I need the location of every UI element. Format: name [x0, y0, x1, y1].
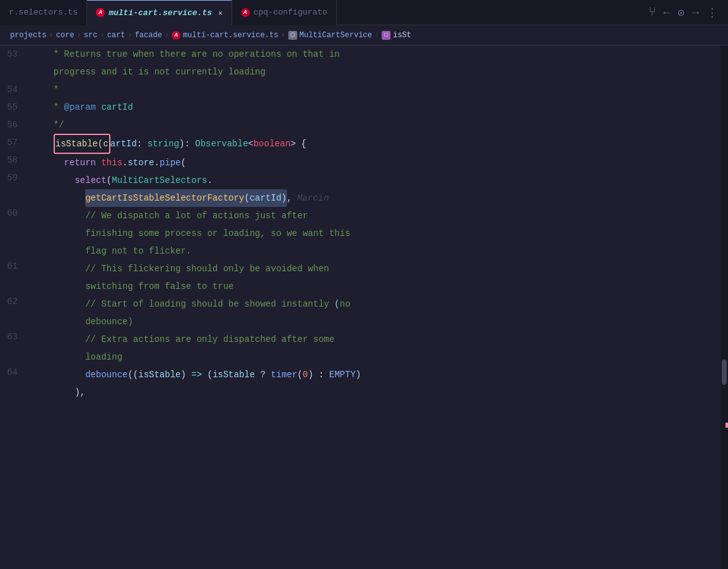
forward-icon[interactable]: → — [692, 6, 699, 19]
comment-61b: switching from false to true — [85, 278, 233, 295]
indent8e — [43, 260, 85, 278]
indent8c — [43, 225, 85, 242]
isStable-fn: isStable(c — [56, 139, 109, 149]
comment-60c: flag not to flicker. — [85, 242, 191, 260]
more-icon[interactable]: ⋮ — [707, 6, 718, 20]
factory-selected: getCartIsStableSelectorFactory(cartId) — [85, 189, 286, 207]
gutter-cont1 — [0, 63, 28, 81]
bc-sep7: › — [375, 31, 379, 40]
tab-close-button[interactable]: ✕ — [218, 9, 223, 17]
gutter-55: 55 — [0, 98, 28, 116]
comment-that: that — [303, 45, 324, 63]
observable-type: Observable — [195, 135, 248, 153]
string-type: string — [148, 135, 179, 153]
tab-label: r.selectors.ts — [9, 8, 78, 17]
scrollbar-thumb[interactable] — [722, 360, 727, 385]
comment-loading: loading — [85, 348, 122, 366]
dot1: . — [122, 154, 127, 172]
gutter-54: 54 — [0, 81, 28, 98]
code-line-59b: getCartIsStableSelectorFactory(cartId),M… — [43, 189, 720, 207]
comment-60a: // We dispatch a lot of actions just aft… — [85, 207, 308, 225]
factory-close: ) — [281, 193, 286, 203]
timer-close: ) : — [308, 366, 329, 384]
branch-icon[interactable]: ⑂ — [649, 5, 656, 20]
space1 — [96, 154, 101, 172]
select-paren: ( — [107, 172, 112, 189]
forward-circle-icon[interactable]: ⊙ — [678, 6, 684, 20]
gutter-cont4 — [0, 240, 28, 257]
comment-text: * Returns true when there are no operati… — [43, 45, 303, 63]
db-paren: (( — [127, 366, 138, 384]
bc-projects[interactable]: projects — [10, 31, 47, 40]
angle-open: < — [248, 135, 253, 153]
comment-param-label: * — [43, 98, 64, 116]
code-line-53b: progress and it is not currently loading — [43, 63, 720, 81]
gutter-cont8 — [0, 381, 28, 399]
code-line-54: * — [43, 81, 720, 98]
bc-sep5: › — [165, 31, 169, 40]
debounce-fn: debounce — [85, 366, 127, 384]
tab-label-active: multi-cart.service.ts — [109, 8, 212, 18]
code-line-63b: loading — [43, 348, 720, 366]
code-line-61: // This flickering should only be avoide… — [43, 260, 720, 278]
scrollbar-track[interactable] — [720, 45, 728, 569]
bc-cart[interactable]: cart — [107, 31, 126, 40]
indent6 — [43, 172, 74, 189]
db-paren2: ) — [180, 366, 191, 384]
marcin-hint: Marcin — [297, 189, 329, 207]
select-fn: select — [74, 172, 106, 189]
factory-fn: getCartIsStableSelectorFactory — [85, 193, 244, 203]
code-area: 53 54 55 56 57 58 59 60 61 62 63 64 * — [0, 45, 728, 569]
return-kw: return — [64, 154, 96, 172]
comment-this: this — [329, 225, 351, 242]
bc-sep1: › — [49, 31, 54, 40]
comment-debounce: debounce) — [85, 313, 133, 331]
tab-cpq[interactable]: A cpq-configurato — [232, 0, 337, 25]
toolbar-right: ⑂ ← ⊙ → ⋮ — [649, 5, 728, 20]
indent8k — [43, 366, 85, 384]
gutter-cont7 — [0, 346, 28, 363]
code-line-56: */ — [43, 116, 720, 134]
gutter-62: 62 — [0, 293, 28, 310]
gutter-58: 58 — [0, 151, 28, 169]
indent8d — [43, 242, 85, 260]
dot2: . — [154, 154, 159, 172]
comment-63a: // Extra actions are only dispatched aft… — [85, 331, 334, 348]
arrow: => — [191, 366, 202, 384]
store-prop: store — [127, 154, 154, 172]
bc-file[interactable]: multi-cart.service.ts — [183, 31, 278, 40]
comment-star: * — [43, 81, 59, 98]
bc-core[interactable]: core — [56, 31, 74, 40]
indent8f — [43, 278, 85, 295]
indent8 — [43, 189, 85, 207]
code-line-63: // Extra actions are only dispatched aft… — [43, 331, 720, 348]
code-line-64b: ), — [43, 384, 720, 401]
tab-label-cpq: cpq-configurato — [254, 8, 327, 17]
tab-multi-cart[interactable]: A multi-cart.service.ts ✕ — [87, 0, 232, 25]
back-icon[interactable]: ← — [664, 6, 671, 19]
bc-facade[interactable]: facade — [135, 31, 162, 40]
comment-61a: // This flickering should only be avoide… — [85, 260, 329, 278]
code-line-62: // Start of loading should be showed ins… — [43, 295, 720, 313]
cartId-param: artId — [110, 135, 137, 153]
line-numbers: 53 54 55 56 57 58 59 60 61 62 63 64 — [0, 45, 38, 569]
tab-selectors[interactable]: r.selectors.ts — [0, 0, 87, 25]
bc-service[interactable]: MultiCartService — [300, 31, 372, 40]
code-line-55: * @param cartId — [43, 98, 720, 116]
comment-60b: finishing some process or loading, so we… — [85, 225, 329, 242]
code-line-64: debounce((isStable) => (isStable ? timer… — [43, 366, 720, 384]
pipe-method: pipe — [160, 154, 181, 172]
gutter-59: 59 — [0, 169, 28, 187]
comment-in: in — [324, 45, 339, 63]
tab-bar: r.selectors.ts A multi-cart.service.ts ✕… — [0, 0, 728, 25]
ternary-q: ? — [255, 366, 271, 384]
gutter-60: 60 — [0, 204, 28, 222]
paren-close: ): — [179, 135, 195, 153]
angle-close: > { — [291, 135, 307, 153]
gutter-63: 63 — [0, 328, 28, 346]
bc-src[interactable]: src — [84, 31, 98, 40]
gutter-cont3 — [0, 222, 28, 240]
code-line-62b: debounce) — [43, 313, 720, 331]
comment-param-tag: @param — [64, 98, 96, 116]
gutter-cont6 — [0, 310, 28, 328]
